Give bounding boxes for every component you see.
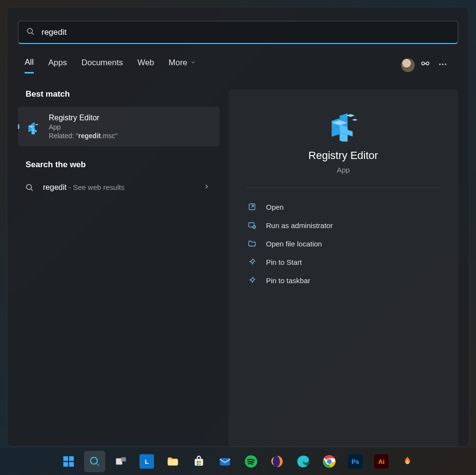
taskbar-search[interactable] bbox=[84, 451, 105, 472]
preview-subtitle: App bbox=[337, 166, 350, 174]
results-body: Best match Registry Editor App Related: … bbox=[7, 89, 469, 447]
tab-more-label: More bbox=[168, 58, 187, 68]
action-run-admin-label: Run as administrator bbox=[266, 221, 333, 230]
more-icon bbox=[438, 59, 448, 71]
mail-icon bbox=[218, 455, 232, 468]
svg-rect-41 bbox=[197, 461, 199, 463]
best-match-subtitle: App bbox=[49, 123, 117, 131]
svg-point-4 bbox=[439, 64, 441, 65]
taskbar-explorer[interactable] bbox=[162, 451, 183, 472]
svg-rect-40 bbox=[195, 459, 203, 466]
svg-point-6 bbox=[445, 64, 446, 65]
taskbar-taskview[interactable] bbox=[110, 451, 131, 472]
search-icon bbox=[89, 456, 100, 467]
taskbar-mail[interactable] bbox=[214, 451, 236, 472]
firefox-icon bbox=[270, 455, 284, 468]
app-l-icon: L bbox=[140, 454, 154, 469]
action-run-admin[interactable]: Run as administrator bbox=[247, 216, 440, 234]
taskbar-firefox[interactable] bbox=[266, 451, 288, 472]
folder-icon bbox=[166, 455, 180, 468]
registry-editor-icon bbox=[326, 107, 361, 142]
user-avatar[interactable] bbox=[399, 57, 417, 74]
filter-tabs: All Apps Documents Web More bbox=[25, 56, 451, 75]
taskbar-app-l[interactable]: L bbox=[136, 451, 157, 472]
svg-rect-13 bbox=[35, 130, 37, 132]
folder-icon bbox=[247, 239, 257, 248]
preview-header: Registry Editor App bbox=[247, 107, 440, 188]
svg-rect-45 bbox=[220, 458, 230, 465]
svg-rect-43 bbox=[197, 463, 199, 465]
admin-icon bbox=[247, 221, 257, 230]
tab-more[interactable]: More bbox=[168, 58, 196, 72]
taskbar-illustrator[interactable]: Ai bbox=[371, 451, 392, 472]
taskbar-photoshop[interactable]: Ps bbox=[345, 451, 366, 472]
svg-marker-27 bbox=[352, 119, 358, 121]
svg-rect-34 bbox=[69, 462, 74, 467]
best-match-heading: Best match bbox=[26, 89, 212, 99]
best-match-related: Related: "regedit.msc" bbox=[49, 132, 117, 140]
open-icon bbox=[247, 202, 257, 211]
svg-rect-42 bbox=[199, 461, 201, 463]
taskbar: L Ps Ai bbox=[0, 448, 476, 475]
header-more-button[interactable] bbox=[434, 57, 451, 74]
tab-apps[interactable]: Apps bbox=[48, 58, 67, 72]
svg-point-2 bbox=[421, 62, 424, 65]
results-column: Best match Registry Editor App Related: … bbox=[18, 89, 220, 447]
taskbar-chrome[interactable] bbox=[319, 451, 340, 472]
svg-rect-32 bbox=[69, 456, 74, 461]
preview-pane: Registry Editor App Open Run as administ… bbox=[228, 89, 458, 447]
flame-icon bbox=[401, 455, 414, 468]
avatar-icon bbox=[401, 58, 415, 72]
svg-line-1 bbox=[32, 33, 34, 35]
taskbar-edge[interactable] bbox=[293, 451, 314, 472]
illustrator-icon: Ai bbox=[374, 454, 389, 469]
search-panel: All Apps Documents Web More Best match bbox=[7, 7, 469, 446]
tab-web-label: Web bbox=[138, 58, 154, 68]
svg-point-16 bbox=[27, 185, 32, 190]
svg-point-0 bbox=[28, 28, 33, 33]
svg-marker-15 bbox=[35, 124, 39, 126]
best-match-result[interactable]: Registry Editor App Related: "regedit.ms… bbox=[18, 107, 220, 146]
tab-documents-label: Documents bbox=[82, 58, 123, 68]
action-open[interactable]: Open bbox=[247, 198, 440, 216]
svg-rect-33 bbox=[63, 462, 68, 467]
tab-all-label: All bbox=[25, 58, 34, 67]
tab-all[interactable]: All bbox=[25, 58, 34, 73]
preview-title: Registry Editor bbox=[308, 149, 378, 162]
spotify-icon bbox=[244, 455, 258, 468]
tab-web[interactable]: Web bbox=[138, 58, 154, 72]
chrome-icon bbox=[322, 455, 336, 468]
svg-line-36 bbox=[97, 463, 99, 466]
svg-rect-38 bbox=[121, 457, 126, 461]
header-rewards-button[interactable] bbox=[417, 57, 434, 74]
svg-rect-39 bbox=[168, 460, 178, 466]
search-icon bbox=[24, 183, 35, 192]
action-pin-start-label: Pin to Start bbox=[266, 258, 302, 266]
taskbar-store[interactable] bbox=[188, 451, 210, 472]
chevron-down-icon bbox=[190, 58, 196, 68]
taskbar-start[interactable] bbox=[58, 451, 79, 472]
svg-rect-24 bbox=[348, 130, 353, 137]
action-pin-taskbar[interactable]: Pin to taskbar bbox=[247, 271, 440, 289]
svg-rect-31 bbox=[63, 456, 68, 461]
search-input[interactable] bbox=[42, 28, 450, 37]
svg-point-35 bbox=[91, 458, 98, 464]
search-icon bbox=[26, 27, 35, 38]
preview-actions: Open Run as administrator Open file loca… bbox=[247, 198, 440, 289]
web-result[interactable]: regedit - See web results bbox=[18, 177, 220, 198]
action-open-label: Open bbox=[266, 203, 284, 211]
taskbar-spotify[interactable] bbox=[240, 451, 262, 472]
action-open-location[interactable]: Open file location bbox=[247, 234, 440, 253]
rewards-icon bbox=[420, 59, 431, 72]
taskbar-app-flame[interactable] bbox=[397, 451, 418, 472]
best-match-title: Registry Editor bbox=[49, 114, 117, 122]
svg-line-17 bbox=[31, 189, 33, 191]
search-box[interactable] bbox=[18, 21, 458, 44]
action-pin-start[interactable]: Pin to Start bbox=[247, 253, 440, 271]
tab-documents[interactable]: Documents bbox=[82, 58, 123, 72]
svg-point-3 bbox=[426, 62, 429, 65]
search-web-heading: Search the web bbox=[26, 160, 212, 170]
svg-rect-44 bbox=[199, 463, 201, 465]
registry-editor-icon bbox=[25, 118, 41, 135]
web-result-text: regedit - See web results bbox=[43, 183, 196, 192]
